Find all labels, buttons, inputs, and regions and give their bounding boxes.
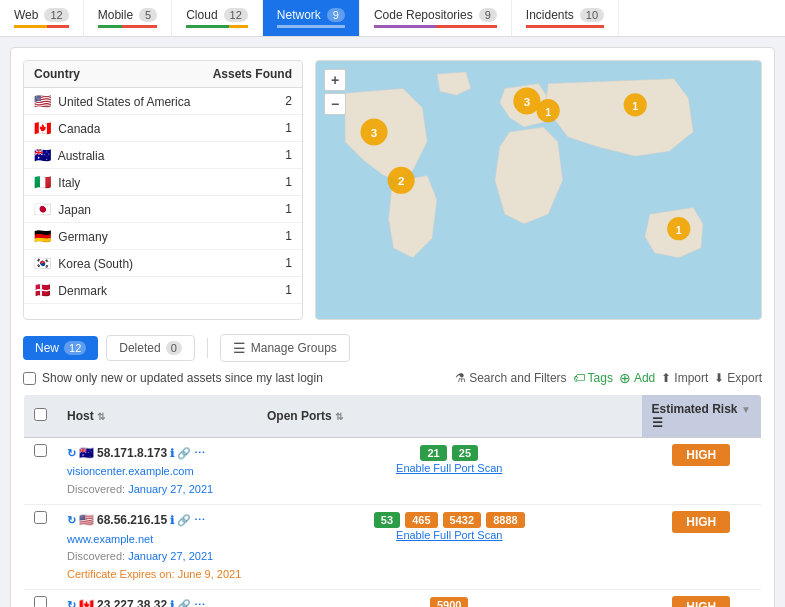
host-cell: ↻ 🇨🇦 23.227.38.32 ℹ 🔗 ⋯ Discovered: Janu… (57, 590, 257, 607)
full-port-scan-link[interactable]: Enable Full Port Scan (396, 529, 502, 541)
risk-badge: HIGH (672, 444, 730, 466)
host-ip-row: ↻ 🇺🇸 68.56.216.15 ℹ 🔗 ⋯ (67, 511, 247, 530)
export-button[interactable]: ⬇ Export (714, 371, 762, 385)
row-checkbox[interactable] (34, 444, 47, 457)
port-badge: 8888 (486, 512, 524, 528)
risk-header-label: Estimated Risk (652, 402, 738, 416)
search-filters-label: Search and Filters (469, 371, 566, 385)
more-icon[interactable]: ⋯ (194, 597, 205, 607)
link-icon[interactable]: 🔗 (177, 512, 191, 530)
country-cell: 🇰🇷 Korea (South) (24, 250, 202, 277)
assets-col-header: Assets Found (202, 61, 302, 88)
host-sort-icon[interactable]: ⇅ (97, 411, 105, 422)
tab-code-repos[interactable]: Code Repositories 9 (360, 0, 512, 36)
host-domain[interactable]: visioncenter.example.com (67, 463, 247, 481)
country-col-header: Country (24, 61, 202, 88)
host-cert: Certificate Expires on: June 9, 2021 (67, 566, 247, 584)
show-new-checkbox[interactable] (23, 372, 36, 385)
country-name: Canada (58, 122, 100, 136)
tags-label: Tags (588, 371, 613, 385)
map-zoom-in[interactable]: + (324, 69, 346, 91)
link-icon[interactable]: 🔗 (177, 445, 191, 463)
host-ip-text: 58.171.8.173 (97, 444, 167, 463)
full-port-scan-link[interactable]: Enable Full Port Scan (396, 462, 502, 474)
tab-incidents[interactable]: Incidents 10 (512, 0, 619, 36)
host-cell: ↻ 🇦🇺 58.171.8.173 ℹ 🔗 ⋯ visioncenter.exa… (57, 438, 257, 505)
svg-text:3: 3 (371, 126, 378, 139)
asset-flag: 🇺🇸 (79, 511, 94, 530)
country-table-row: 🇺🇸 United States of America 2 (24, 88, 302, 115)
tab-network[interactable]: Network 9 (263, 0, 360, 36)
deleted-button-label: Deleted (119, 341, 160, 355)
add-button[interactable]: ⊕ Add (619, 370, 655, 386)
country-table-row: 🇩🇪 Germany 1 (24, 223, 302, 250)
port-badge: 465 (405, 512, 437, 528)
country-flag: 🇨🇦 (34, 120, 51, 136)
country-table-row: 🇨🇦 Canada 1 (24, 115, 302, 142)
info-icon[interactable]: ℹ (170, 512, 174, 530)
import-button[interactable]: ⬆ Import (661, 371, 708, 385)
country-flag: 🇯🇵 (34, 201, 51, 217)
host-cell: ↻ 🇺🇸 68.56.216.15 ℹ 🔗 ⋯ www.example.net … (57, 505, 257, 590)
new-button-label: New (35, 341, 59, 355)
port-badge: 25 (452, 445, 478, 461)
ports-sort-icon[interactable]: ⇅ (335, 411, 343, 422)
more-icon[interactable]: ⋯ (194, 512, 205, 530)
tab-cloud[interactable]: Cloud 12 (172, 0, 263, 36)
world-map-svg: 3 2 3 1 1 1 (316, 61, 761, 319)
ports-cell: 53 465 5432 8888 Enable Full Port Scan (257, 505, 642, 590)
import-icon: ⬆ (661, 371, 671, 385)
assets-count-cell: 1 (202, 277, 302, 304)
host-ip-text: 68.56.216.15 (97, 511, 167, 530)
more-icon[interactable]: ⋯ (194, 445, 205, 463)
map-zoom-out[interactable]: − (324, 93, 346, 115)
tab-mobile[interactable]: Mobile 5 (84, 0, 172, 36)
row-checkbox-cell (24, 590, 58, 607)
tab-web[interactable]: Web 12 (0, 0, 84, 36)
discovered-date: January 27, 2021 (128, 483, 213, 495)
row-checkbox-cell (24, 505, 58, 590)
country-name: Italy (58, 176, 80, 190)
country-table-wrap: Country Assets Found 🇺🇸 United States of… (23, 60, 303, 320)
tags-button[interactable]: 🏷 Tags (573, 371, 613, 385)
divider (207, 338, 208, 358)
manage-groups-button[interactable]: ☰ Manage Groups (220, 334, 350, 362)
sync-icon: ↻ (67, 512, 76, 530)
host-ip-text: 23.227.38.32 (97, 596, 167, 607)
discovered-label: Discovered: January 27, 2021 (67, 548, 247, 566)
host-header: Host ⇅ (57, 395, 257, 438)
row-checkbox[interactable] (34, 596, 47, 607)
ports-cell: 21 25 Enable Full Port Scan (257, 438, 642, 505)
deleted-button[interactable]: Deleted 0 (106, 335, 195, 361)
select-all-checkbox[interactable] (34, 408, 47, 421)
port-badge: 53 (374, 512, 400, 528)
top-nav: Web 12 Mobile 5 Cloud 12 Network (0, 0, 785, 37)
select-all-header (24, 395, 58, 438)
tab-web-count: 12 (44, 8, 68, 22)
new-button[interactable]: New 12 (23, 336, 98, 360)
country-flag: 🇰🇷 (34, 255, 51, 271)
manage-groups-label: Manage Groups (251, 341, 337, 355)
country-table-row: 🇩🇰 Denmark 1 (24, 277, 302, 304)
info-icon[interactable]: ℹ (170, 445, 174, 463)
country-name: Korea (South) (58, 257, 133, 271)
row-checkbox-cell (24, 438, 58, 505)
sync-icon: ↻ (67, 597, 76, 607)
port-badge: 5432 (443, 512, 481, 528)
info-icon[interactable]: ℹ (170, 597, 174, 607)
bottom-section: New 12 Deleted 0 ☰ Manage Groups Show on… (23, 334, 762, 607)
risk-col-menu[interactable]: ☰ (652, 416, 663, 430)
risk-sort-icon[interactable]: ▼ (741, 404, 751, 415)
manage-icon: ☰ (233, 340, 246, 356)
svg-text:1: 1 (632, 100, 638, 112)
assets-table: Host ⇅ Open Ports ⇅ Estimated Risk ▼ ☰ (23, 394, 762, 607)
deleted-button-count: 0 (166, 341, 182, 355)
search-filters-button[interactable]: ⚗ Search and Filters (455, 371, 566, 385)
country-name: Denmark (58, 284, 107, 298)
svg-text:1: 1 (545, 106, 551, 118)
main-content: Country Assets Found 🇺🇸 United States of… (10, 47, 775, 607)
risk-cell: HIGH (642, 505, 762, 590)
link-icon[interactable]: 🔗 (177, 597, 191, 607)
row-checkbox[interactable] (34, 511, 47, 524)
host-domain[interactable]: www.example.net (67, 531, 247, 549)
